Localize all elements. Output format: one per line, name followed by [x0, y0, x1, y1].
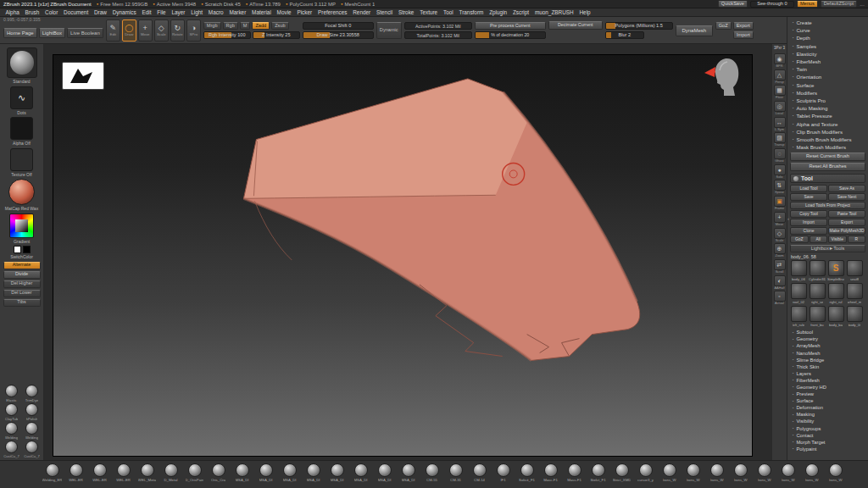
brush-subpalette[interactable]: Sculptris Pro	[790, 97, 865, 104]
brush-subpalette[interactable]: Clip Brush Modifiers	[790, 128, 865, 136]
goz-button[interactable]: GoZ	[715, 22, 732, 30]
material-selector[interactable]	[8, 179, 35, 205]
quick-brush[interactable]: ClayTub	[2, 403, 21, 421]
menu-item[interactable]: Movie	[274, 9, 294, 15]
mode-button[interactable]: ↻ Rotate	[170, 19, 185, 42]
menu-item[interactable]: Stencil	[374, 9, 396, 15]
shelf-button[interactable]: ↔	[774, 117, 786, 128]
home-page-button[interactable]: Home Page	[3, 28, 37, 38]
menu-item[interactable]: Brush	[22, 9, 42, 15]
see-through-slider[interactable]: See-through 0	[750, 1, 794, 8]
quick-pick-item[interactable]: MSA_DI	[302, 463, 325, 482]
quick-pick-item[interactable]: Welding_ER	[41, 463, 64, 482]
document-canvas[interactable]	[53, 54, 753, 457]
quick-pick-item[interactable]: MSA_DI	[349, 463, 372, 482]
tool-subpalette[interactable]: ArrayMesh	[790, 342, 865, 349]
divide-button[interactable]: Divide	[3, 271, 41, 279]
tool-palette-header[interactable]: Tool	[790, 174, 865, 183]
quick-pick-item[interactable]: Irons_W	[682, 463, 704, 482]
mode-button[interactable]: ◑ SPro	[186, 19, 201, 42]
tool-subpalette[interactable]: Surface	[790, 397, 865, 404]
brush-subpalette[interactable]: FiberMesh	[790, 58, 865, 65]
quick-pick-item[interactable]: MSA_DI	[254, 463, 277, 482]
quick-pick-item[interactable]: Irons_W	[800, 463, 823, 482]
switch-color-label[interactable]: SwitchColor	[10, 255, 33, 260]
tool-subpalette[interactable]: Visibility	[790, 418, 865, 424]
quick-pick-item[interactable]: WEL-ER	[64, 463, 87, 482]
zadd-button[interactable]: Zadd	[252, 22, 270, 30]
menu-item[interactable]: Zplugin	[487, 9, 510, 15]
tool-button[interactable]: GoZ	[790, 236, 809, 243]
quick-pick-item[interactable]: cursor3_y	[634, 463, 657, 482]
menu-item[interactable]: Alpha	[3, 9, 22, 15]
quick-pick-item[interactable]: Irons_W	[776, 463, 799, 482]
tool-thumbnail[interactable]: body_ba	[827, 306, 844, 327]
tool-button[interactable]: Save As	[828, 185, 865, 192]
main-color-swatch[interactable]	[14, 246, 21, 253]
brush-subpalette[interactable]: Curve	[790, 26, 865, 34]
quick-pick-item[interactable]: MSA_DI	[326, 463, 348, 482]
shelf-button[interactable]: ⇄	[774, 259, 786, 270]
secondary-color-swatch[interactable]	[23, 246, 31, 253]
tool-subpalette[interactable]: Geometry	[790, 336, 865, 342]
quick-brush[interactable]: CustCu_7	[22, 441, 42, 458]
quick-pick-item[interactable]: Irons_W	[824, 463, 847, 482]
tool-subpalette[interactable]: Morph Target	[790, 439, 865, 446]
export-button[interactable]: Export	[733, 22, 754, 30]
brush-subpalette[interactable]: Smooth Brush Modifiers	[790, 136, 865, 143]
quick-pick-item[interactable]: MSA_DI	[231, 463, 253, 482]
del-lower-button[interactable]: Del Lower	[3, 290, 41, 297]
polygons-millions-slider[interactable]: Polygons (Millions) 1.5	[605, 22, 673, 30]
brush-subpalette[interactable]: Modifiers	[790, 89, 865, 97]
brush-subpalette[interactable]: Elasticity	[790, 50, 865, 58]
menus-button[interactable]: Menus	[797, 1, 818, 8]
menu-item[interactable]: Render	[350, 9, 374, 15]
tool-button[interactable]: All	[810, 236, 828, 243]
tool-subpalette[interactable]: Layers	[790, 370, 865, 377]
brush-subpalette[interactable]: Auto Masking	[790, 104, 865, 112]
quick-brush[interactable]: Welding	[2, 422, 21, 440]
tool-subpalette[interactable]: FiberMesh	[790, 377, 865, 384]
menu-item[interactable]: Help	[576, 9, 593, 15]
tool-button[interactable]: Load Tools From Project	[790, 202, 865, 209]
tool-thumbnail[interactable]: S SimpleBrush	[827, 260, 844, 281]
pre-process-button[interactable]: Pre process Current	[475, 22, 546, 30]
mode-button[interactable]: ◇ Scale	[154, 19, 169, 42]
menu-item[interactable]: Preferences	[315, 9, 350, 15]
quick-pick-item[interactable]: WEL-ER	[112, 463, 135, 482]
zsub-button[interactable]: Zsub	[271, 22, 288, 30]
tool-thumbnail[interactable]: body_06	[790, 260, 807, 281]
tool-button[interactable]: Save	[790, 193, 827, 201]
menu-item[interactable]: muon_ZBRUSH	[531, 9, 576, 15]
brush-subpalette[interactable]: Samples	[790, 42, 865, 50]
quick-pick-item[interactable]: Irons_W	[753, 463, 776, 482]
menu-item[interactable]: Tool	[441, 9, 457, 15]
menu-item[interactable]: Dynamics	[109, 9, 139, 15]
quick-pick-item[interactable]: Irons_W	[729, 463, 752, 482]
quick-pick-item[interactable]: WEL-ER	[88, 463, 111, 482]
brush-subpalette[interactable]: Create	[790, 19, 865, 26]
quick-pick-item[interactable]: MSA_DI	[278, 463, 301, 482]
menu-item[interactable]: Light	[188, 9, 206, 15]
reset-all-brushes-button[interactable]: Reset All Brushes	[790, 163, 865, 171]
brush-subpalette[interactable]: Mask Brush Modifiers	[790, 143, 865, 151]
tool-button[interactable]: Import	[790, 219, 827, 226]
mode-button[interactable]: ◯ Draw	[122, 19, 136, 42]
quick-pick-item[interactable]: IF1	[492, 463, 515, 482]
quick-brush[interactable]: CustCu_7	[2, 441, 21, 458]
menu-item[interactable]: Transform	[456, 9, 487, 15]
shelf-button[interactable]: △	[774, 69, 786, 80]
rgb-button[interactable]: Rgb	[223, 22, 238, 30]
quick-pick-item[interactable]: CM-55	[420, 463, 443, 482]
quick-pick-item[interactable]: Oris_Cra	[207, 463, 230, 482]
quick-pick-item[interactable]: D_OrisPain	[183, 463, 206, 482]
quick-pick-item[interactable]: Solicit_F1	[515, 463, 538, 482]
default-zscript-button[interactable]: DefaultZScript	[821, 1, 857, 8]
quick-pick-item[interactable]: Strict_XMD	[610, 463, 633, 482]
quick-brush[interactable]: hPolish	[22, 403, 42, 421]
tool-subpalette[interactable]: Polypaint	[790, 446, 865, 452]
menu-item[interactable]: Zscript	[510, 9, 532, 15]
brush-subpalette[interactable]: Alpha and Texture	[790, 119, 865, 127]
brush-subpalette[interactable]: Twin	[790, 65, 865, 73]
menu-item[interactable]: Draw	[92, 9, 110, 15]
